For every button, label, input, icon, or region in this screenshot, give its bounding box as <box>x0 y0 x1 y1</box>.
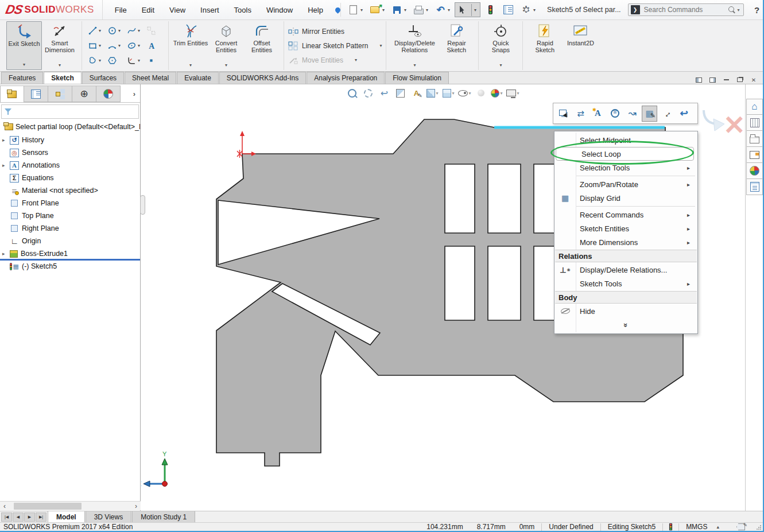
view-tool-button[interactable]: ▾ <box>441 86 456 100</box>
view-tool-button[interactable]: ▾ <box>506 86 520 100</box>
context-menu-item[interactable]: More Dimensions » ▸ <box>554 235 697 249</box>
task-pane-button[interactable] <box>746 99 763 115</box>
scroll-left-icon[interactable]: ‹ <box>0 502 9 510</box>
view-tool-button[interactable]: ▾ <box>409 86 424 100</box>
search-scope-icon[interactable]: ❯ <box>631 5 640 14</box>
dropdown-arrow-icon[interactable]: ▾ <box>468 91 471 96</box>
quick-access-button[interactable]: ▾ <box>501 2 516 17</box>
confirmation-corner-ghost[interactable] <box>704 110 724 131</box>
display-manager-tab[interactable] <box>96 86 121 102</box>
context-menu-item[interactable]: Recent Commands » ▸ <box>554 208 697 222</box>
command-tab[interactable]: SOLIDWORKS Add-Ins <box>219 72 306 84</box>
point-tool[interactable] <box>145 56 164 65</box>
view-tool-button[interactable]: ▾ <box>457 86 472 100</box>
doc-minimize-icon[interactable] <box>722 76 731 84</box>
doc-close-icon[interactable]: ✕ <box>749 76 758 84</box>
context-toolbar-button[interactable] <box>556 106 571 122</box>
context-menu-item[interactable]: Selection Tools » ▸ <box>554 161 697 174</box>
command-tab[interactable]: Surfaces <box>82 72 124 84</box>
dropdown-arrow-icon[interactable]: ▾ <box>99 58 101 63</box>
rapid-sketch-button[interactable]: Rapid Sketch <box>527 21 563 70</box>
context-toolbar-button[interactable] <box>676 106 692 122</box>
convert-entities-button[interactable]: Convert Entities ▾ <box>208 21 244 70</box>
help-button[interactable]: ? <box>750 2 764 17</box>
view-tool-button[interactable]: ▾ <box>425 86 440 100</box>
menu-item[interactable]: Tools <box>227 0 259 20</box>
dropdown-arrow-icon[interactable]: ▾ <box>404 7 406 13</box>
dropdown-arrow-icon[interactable]: ▾ <box>189 62 192 69</box>
command-tab[interactable]: Features <box>1 72 43 84</box>
context-toolbar-button[interactable] <box>590 106 606 122</box>
menu-item[interactable]: View <box>162 0 193 20</box>
instant2d-button[interactable]: Instant2D <box>563 21 598 70</box>
dropdown-arrow-icon[interactable]: ▾ <box>138 58 140 63</box>
panel-horizontal-scrollbar[interactable]: ‹ › <box>0 501 141 510</box>
spline-tool[interactable]: ▾ <box>125 26 145 36</box>
command-tab[interactable]: Analysis Preparation <box>307 72 385 84</box>
model-tab[interactable]: 3D Views <box>86 511 131 522</box>
panel-expand-chevron[interactable]: › <box>129 86 140 102</box>
doc-restore-icon[interactable] <box>735 76 744 84</box>
quick-snaps-button[interactable]: Quick Snaps ▾ <box>483 21 518 70</box>
quick-access-button[interactable]: ▾ <box>389 2 409 17</box>
quick-access-button[interactable]: ▾ <box>411 2 431 17</box>
linear-sketch-pattern-button[interactable]: Linear Sketch Pattern ▾ <box>288 40 382 52</box>
previous-tab-icon[interactable]: ◀ <box>13 512 24 522</box>
dropdown-arrow-icon[interactable]: ▾ <box>452 91 454 96</box>
expand-menu-icon[interactable]: » <box>622 323 630 327</box>
context-toolbar-button[interactable] <box>573 106 588 122</box>
arc-tool[interactable]: ▾ <box>106 41 125 51</box>
panel-splitter-handle[interactable] <box>140 195 145 215</box>
dropdown-arrow-icon[interactable]: ▾ <box>118 28 121 33</box>
feature-manager-tab[interactable] <box>0 86 24 102</box>
search-input[interactable] <box>643 5 727 14</box>
task-pane-button[interactable] <box>746 179 763 195</box>
tree-item[interactable]: ▸ Annotations <box>0 159 140 172</box>
dropdown-arrow-icon[interactable]: ▾ <box>436 91 438 96</box>
tree-item[interactable]: ▸ Front Plane <box>0 197 140 209</box>
offset-entities-button[interactable]: Offset Entities <box>244 21 280 70</box>
task-pane-button[interactable] <box>746 147 763 163</box>
context-menu-item[interactable]: Display Grid » ▸ <box>554 191 697 205</box>
first-tab-icon[interactable]: |◀ <box>1 512 12 522</box>
tree-item[interactable]: ▸ Boss-Extrude1 <box>0 247 140 260</box>
menu-item[interactable]: Insert <box>193 0 227 20</box>
tree-item[interactable]: ▸ Equations <box>0 172 140 184</box>
task-pane-button[interactable] <box>746 131 763 147</box>
tree-filter-box[interactable] <box>1 104 139 119</box>
quick-access-button[interactable]: ▾ <box>433 2 452 17</box>
exit-sketch-button[interactable]: Exit Sketch ▾ <box>6 21 42 70</box>
quick-access-button[interactable]: ▾ <box>518 2 538 17</box>
units-dropdown-icon[interactable]: ▴ <box>716 524 719 530</box>
context-menu-item[interactable]: Select Loop » ▸ <box>556 147 694 161</box>
trim-entities-button[interactable]: Trim Entities ▾ <box>173 21 208 70</box>
dropdown-arrow-icon[interactable]: ▾ <box>138 43 140 48</box>
context-toolbar-button[interactable] <box>607 106 623 122</box>
pin-icon[interactable] <box>335 3 341 17</box>
mirror-entities-button[interactable]: Mirror Entities <box>288 25 382 38</box>
model-tab[interactable]: Model <box>48 511 85 522</box>
fillet-tool[interactable]: ▾ <box>125 56 145 65</box>
view-tool-button[interactable]: ▾ <box>377 86 391 100</box>
expand-arrow-icon[interactable]: ▸ <box>2 162 10 168</box>
view-tool-button[interactable]: ▾ <box>490 86 504 100</box>
context-menu-item[interactable]: Hide » ▸ <box>554 304 697 318</box>
command-tab[interactable]: Sketch <box>44 72 81 84</box>
dropdown-arrow-icon[interactable]: ▾ <box>500 91 502 96</box>
view-tool-button[interactable]: ▾ <box>393 86 408 100</box>
scroll-right-icon[interactable]: › <box>131 502 141 510</box>
display-delete-relations-button[interactable]: Display/Delete Relations ▾ <box>390 21 439 70</box>
quick-access-button[interactable]: ▾ <box>346 2 365 17</box>
command-tab[interactable]: Flow Simulation <box>385 72 449 84</box>
dropdown-arrow-icon[interactable]: ▾ <box>138 28 140 33</box>
context-toolbar-button[interactable] <box>659 106 674 122</box>
polygon-tool[interactable] <box>106 56 125 65</box>
freeform-tool[interactable]: ▾ <box>86 56 106 65</box>
tree-item[interactable]: ▸ Origin <box>0 235 140 247</box>
dropdown-arrow-icon[interactable]: ▾ <box>23 61 25 68</box>
context-toolbar-button[interactable] <box>625 106 640 122</box>
context-menu-item[interactable]: Relations » ▸ <box>555 250 697 262</box>
repair-sketch-button[interactable]: Repair Sketch <box>439 21 474 70</box>
expand-arrow-icon[interactable]: ▸ <box>2 251 10 257</box>
menu-item[interactable]: Help <box>300 0 331 20</box>
